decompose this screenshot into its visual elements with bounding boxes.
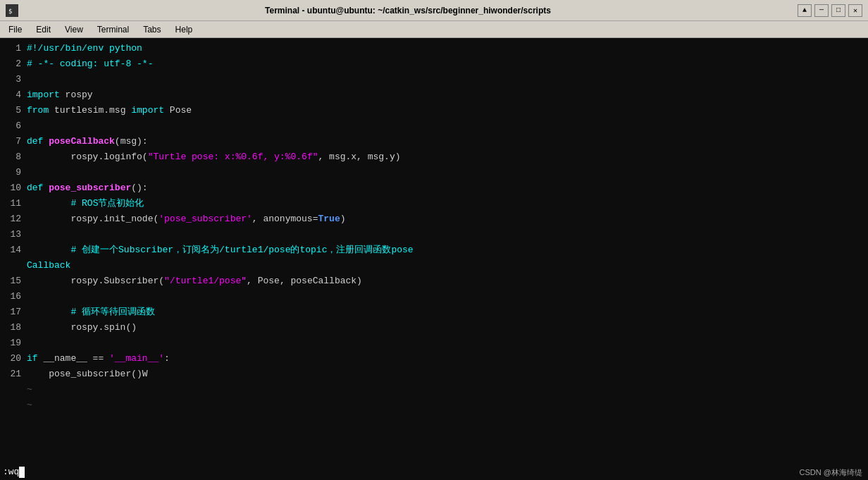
code-line-21: 21 pose_subscriber()W (0, 367, 868, 382)
watermark: CSDN @林海绮缇 (800, 467, 868, 478)
minimize-btn[interactable]: ─ (814, 4, 829, 17)
code-line-20: 20 if __name__ == '__main__': (0, 351, 868, 367)
menu-view[interactable]: View (59, 23, 89, 36)
code-line-3: 3 (0, 72, 868, 87)
code-line-8: 8 rospy.loginfo("Turtle pose: x:%0.6f, y… (0, 149, 868, 165)
close-btn[interactable]: ✕ (848, 4, 862, 17)
svg-text:$: $ (8, 8, 12, 15)
code-line-12: 12 rospy.init_node('pose_subscriber', an… (0, 211, 868, 227)
tilde-line-1: ~ (0, 382, 868, 398)
code-line-5: 5 from turtlesim.msg import Pose (0, 103, 868, 118)
code-line-17: 17 # 循环等待回调函数 (0, 304, 868, 320)
code-line-1: 1 #!/usr/bin/env python (0, 41, 868, 56)
menu-file[interactable]: File (3, 23, 27, 36)
code-line-14: 14 # 创建一个Subscriber，订阅名为/turtle1/pose的to… (0, 242, 868, 258)
code-line-10: 10 def pose_subscriber(): (0, 180, 868, 196)
code-line-18: 18 rospy.spin() (0, 320, 868, 336)
code-line-7: 7 def poseCallback(msg): (0, 134, 868, 149)
vim-command: :wq (0, 467, 25, 478)
menu-edit[interactable]: Edit (30, 23, 56, 36)
titlebar: $ Terminal - ubuntu@ubuntu: ~/catkin_ws/… (0, 0, 868, 21)
code-line-2: 2 # -*- coding: utf-8 -*- (0, 56, 868, 72)
window-title: Terminal - ubuntu@ubuntu: ~/catkin_ws/sr… (18, 6, 798, 16)
scroll-up-btn[interactable]: ▲ (798, 4, 812, 17)
code-line-19: 19 (0, 336, 868, 351)
cursor (19, 467, 25, 478)
menubar: File Edit View Terminal Tabs Help (0, 21, 868, 38)
menu-help[interactable]: Help (170, 23, 199, 36)
code-line-4: 4 import rospy (0, 87, 868, 103)
code-line-16: 16 (0, 289, 868, 304)
code-line-9: 9 (0, 165, 868, 180)
menu-tabs[interactable]: Tabs (137, 23, 166, 36)
code-line-15: 15 rospy.Subscriber("/turtle1/pose", Pos… (0, 273, 868, 289)
tilde-line-2: ~ (0, 398, 868, 413)
menu-terminal[interactable]: Terminal (92, 23, 135, 36)
status-bar: :wq CSDN @林海绮缇 (0, 464, 868, 480)
code-line-6: 6 (0, 118, 868, 134)
code-line-11: 11 # ROS节点初始化 (0, 196, 868, 211)
window-controls: ▲ ─ □ ✕ (798, 4, 862, 17)
code-area: 1 #!/usr/bin/env python 2 # -*- coding: … (0, 41, 868, 413)
code-line-13: 13 (0, 227, 868, 242)
maximize-btn[interactable]: □ (831, 4, 845, 17)
terminal-body[interactable]: 1 #!/usr/bin/env python 2 # -*- coding: … (0, 38, 868, 480)
terminal-icon: $ (6, 4, 18, 17)
code-line-14-wrap: Callback (0, 258, 868, 273)
